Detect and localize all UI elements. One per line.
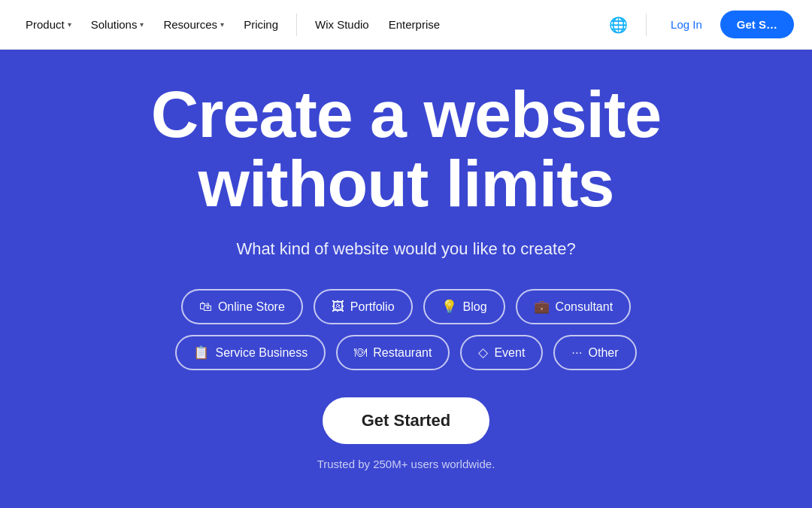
login-button[interactable]: Log In (662, 14, 711, 35)
nav-resources-chevron: ▾ (220, 20, 224, 29)
nav-enterprise-label: Enterprise (389, 18, 440, 31)
restaurant-label: Restaurant (373, 346, 432, 360)
nav-solutions-chevron: ▾ (140, 20, 144, 29)
nav-enterprise[interactable]: Enterprise (381, 14, 447, 35)
nav-product-chevron: ▾ (68, 20, 71, 29)
nav-divider (296, 14, 297, 36)
blog-icon: 💡 (441, 299, 457, 315)
type-restaurant[interactable]: 🍽 Restaurant (336, 335, 450, 370)
consultant-icon: 💼 (534, 299, 550, 315)
hero-title-line1: Create a website (151, 77, 662, 151)
hero-title-line2: without limits (198, 146, 614, 221)
nav-product-label: Product (26, 18, 65, 31)
get-started-nav-button[interactable]: Get S… (720, 11, 794, 38)
service-business-label: Service Business (215, 346, 308, 360)
nav-right: 🌐 Log In Get S… (605, 11, 794, 38)
portfolio-label: Portfolio (350, 300, 395, 314)
language-selector[interactable]: 🌐 (605, 12, 631, 38)
nav-wix-studio-label: Wix Studio (315, 18, 369, 31)
other-icon: ··· (571, 345, 582, 360)
nav-right-divider (646, 14, 647, 36)
nav-left: Product ▾ Solutions ▾ Resources ▾ Pricin… (18, 14, 605, 36)
trusted-text: Trusted by 250M+ users worldwide. (317, 458, 495, 470)
type-other[interactable]: ··· Other (553, 335, 636, 370)
hero-title: Create a website without limits (151, 80, 662, 219)
nav-solutions-label: Solutions (91, 18, 138, 31)
type-row-2: 📋 Service Business 🍽 Restaurant ◇ Event … (175, 335, 636, 370)
nav-pricing-label: Pricing (244, 18, 278, 31)
nav-pricing[interactable]: Pricing (236, 14, 286, 35)
type-portfolio[interactable]: 🖼 Portfolio (314, 289, 413, 324)
event-label: Event (494, 346, 525, 360)
blog-label: Blog (463, 300, 487, 314)
restaurant-icon: 🍽 (354, 345, 367, 360)
other-label: Other (589, 346, 619, 360)
type-blog[interactable]: 💡 Blog (423, 289, 505, 324)
online-store-label: Online Store (218, 300, 285, 314)
event-icon: ◇ (478, 345, 488, 360)
type-row-1: 🛍 Online Store 🖼 Portfolio 💡 Blog 💼 Cons… (181, 289, 631, 324)
nav-resources[interactable]: Resources ▾ (156, 14, 232, 35)
hero-subtitle: What kind of website would you like to c… (236, 239, 575, 259)
nav-solutions[interactable]: Solutions ▾ (83, 14, 152, 35)
get-started-button[interactable]: Get Started (323, 397, 490, 444)
service-business-icon: 📋 (193, 345, 209, 360)
type-online-store[interactable]: 🛍 Online Store (181, 289, 303, 324)
navbar: Product ▾ Solutions ▾ Resources ▾ Pricin… (0, 0, 812, 50)
type-service-business[interactable]: 📋 Service Business (175, 335, 326, 370)
type-consultant[interactable]: 💼 Consultant (516, 289, 632, 324)
consultant-label: Consultant (556, 300, 614, 314)
nav-wix-studio[interactable]: Wix Studio (308, 14, 377, 35)
nav-resources-label: Resources (163, 18, 217, 31)
hero-section: Create a website without limits What kin… (0, 50, 812, 508)
website-types: 🛍 Online Store 🖼 Portfolio 💡 Blog 💼 Cons… (175, 289, 636, 370)
portfolio-icon: 🖼 (332, 300, 344, 315)
nav-product[interactable]: Product ▾ (18, 14, 79, 35)
online-store-icon: 🛍 (199, 300, 212, 315)
type-event[interactable]: ◇ Event (460, 335, 543, 370)
